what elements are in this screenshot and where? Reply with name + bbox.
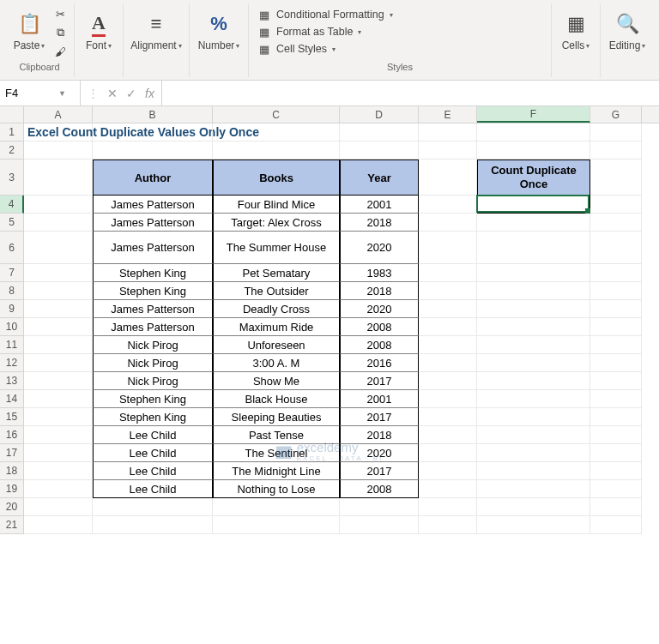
cell-A1[interactable]: Excel Count Duplicate Values Only Once <box>24 123 93 141</box>
cell[interactable] <box>590 214 642 232</box>
cell[interactable] <box>419 480 477 498</box>
cell[interactable] <box>590 318 642 336</box>
cell[interactable]: 2020 <box>340 232 419 264</box>
cell[interactable]: Lee Child <box>93 462 213 480</box>
cell[interactable] <box>24 264 93 282</box>
cell-styles-button[interactable]: ▦ Cell Styles ▾ <box>254 41 396 57</box>
row-header-5[interactable]: 5 <box>0 214 24 232</box>
cell[interactable] <box>213 498 340 516</box>
cell[interactable]: The Sentinel <box>213 444 340 462</box>
cell[interactable]: The Summer House <box>213 232 340 264</box>
cell[interactable] <box>24 480 93 498</box>
cell[interactable] <box>477 318 590 336</box>
cell[interactable] <box>419 336 477 354</box>
cell[interactable] <box>477 390 590 408</box>
cell[interactable]: Lee Child <box>93 426 213 444</box>
format-as-table-button[interactable]: ▦ Format as Table ▾ <box>254 24 396 39</box>
row-header-18[interactable]: 18 <box>0 462 24 480</box>
cell[interactable] <box>24 516 93 534</box>
cell[interactable] <box>477 336 590 354</box>
enter-icon[interactable]: ✓ <box>126 87 136 100</box>
conditional-formatting-button[interactable]: ▦ Conditional Formatting ▾ <box>254 7 396 22</box>
cell[interactable] <box>24 318 93 336</box>
cell[interactable] <box>24 390 93 408</box>
cell[interactable] <box>477 214 590 232</box>
cell[interactable] <box>340 498 419 516</box>
cell[interactable]: 2001 <box>340 390 419 408</box>
cell-D1[interactable] <box>340 123 419 141</box>
cell[interactable] <box>419 426 477 444</box>
row-header-6[interactable]: 6 <box>0 232 24 264</box>
cell[interactable] <box>590 390 642 408</box>
row-header-19[interactable]: 19 <box>0 480 24 498</box>
cell[interactable] <box>477 444 590 462</box>
cell[interactable] <box>419 159 477 196</box>
cell[interactable] <box>24 408 93 426</box>
cell[interactable]: 2008 <box>340 318 419 336</box>
cell[interactable] <box>24 426 93 444</box>
cell[interactable]: 2001 <box>340 196 419 214</box>
cell[interactable] <box>419 516 477 534</box>
cell[interactable] <box>590 282 642 300</box>
cell[interactable] <box>24 282 93 300</box>
cell-F4[interactable] <box>477 196 590 214</box>
cell[interactable] <box>24 196 93 214</box>
cell[interactable]: Nick Pirog <box>93 354 213 372</box>
editing-button[interactable]: 🔍 Editing▾ <box>606 3 649 58</box>
cancel-icon[interactable]: ✕ <box>107 87 118 100</box>
row-header-21[interactable]: 21 <box>0 516 24 534</box>
cell[interactable]: Stephen King <box>93 390 213 408</box>
cell[interactable] <box>590 196 642 214</box>
col-header-B[interactable]: B <box>93 106 213 123</box>
cell[interactable]: 2016 <box>340 354 419 372</box>
cell[interactable] <box>213 141 340 159</box>
cell[interactable]: James Patterson <box>93 232 213 264</box>
cell[interactable] <box>419 264 477 282</box>
cell[interactable] <box>213 516 340 534</box>
cell[interactable] <box>477 282 590 300</box>
row-header-4[interactable]: 4 <box>0 196 24 214</box>
cell[interactable]: James Patterson <box>93 300 213 318</box>
cell[interactable]: Sleeping Beauties <box>213 408 340 426</box>
cell[interactable] <box>590 159 642 196</box>
cell[interactable] <box>477 408 590 426</box>
number-button[interactable]: % Number▾ <box>195 3 243 58</box>
cell[interactable] <box>93 141 213 159</box>
cell[interactable] <box>477 141 590 159</box>
cell[interactable] <box>477 516 590 534</box>
cell[interactable]: Black House <box>213 390 340 408</box>
cell[interactable] <box>419 232 477 264</box>
row-header-17[interactable]: 17 <box>0 444 24 462</box>
cell[interactable] <box>93 498 213 516</box>
cell[interactable] <box>477 372 590 390</box>
cell[interactable] <box>419 300 477 318</box>
cell-count-header[interactable]: Count Duplicate Once <box>477 159 590 196</box>
cell[interactable] <box>419 318 477 336</box>
cell[interactable]: Maximum Ride <box>213 318 340 336</box>
cell[interactable] <box>590 444 642 462</box>
cell[interactable]: 2008 <box>340 480 419 498</box>
cell[interactable] <box>590 426 642 444</box>
cut-button[interactable]: ✂ <box>51 5 69 22</box>
cell[interactable] <box>419 408 477 426</box>
cell[interactable] <box>419 390 477 408</box>
col-header-F[interactable]: F <box>477 106 590 123</box>
font-button[interactable]: A Font▾ <box>80 3 118 58</box>
col-header-A[interactable]: A <box>24 106 93 123</box>
cell[interactable] <box>24 336 93 354</box>
cell[interactable] <box>419 444 477 462</box>
col-header-G[interactable]: G <box>590 106 642 123</box>
select-all-corner[interactable] <box>0 106 24 123</box>
cell[interactable] <box>419 354 477 372</box>
cell[interactable]: Target: Alex Cross <box>213 214 340 232</box>
cell[interactable] <box>590 480 642 498</box>
cell[interactable] <box>24 372 93 390</box>
row-header-13[interactable]: 13 <box>0 372 24 390</box>
cell[interactable] <box>590 372 642 390</box>
row-header-14[interactable]: 14 <box>0 390 24 408</box>
cell[interactable] <box>590 300 642 318</box>
col-header-E[interactable]: E <box>419 106 477 123</box>
cell[interactable] <box>24 159 93 196</box>
col-header-D[interactable]: D <box>340 106 419 123</box>
cell[interactable] <box>24 141 93 159</box>
